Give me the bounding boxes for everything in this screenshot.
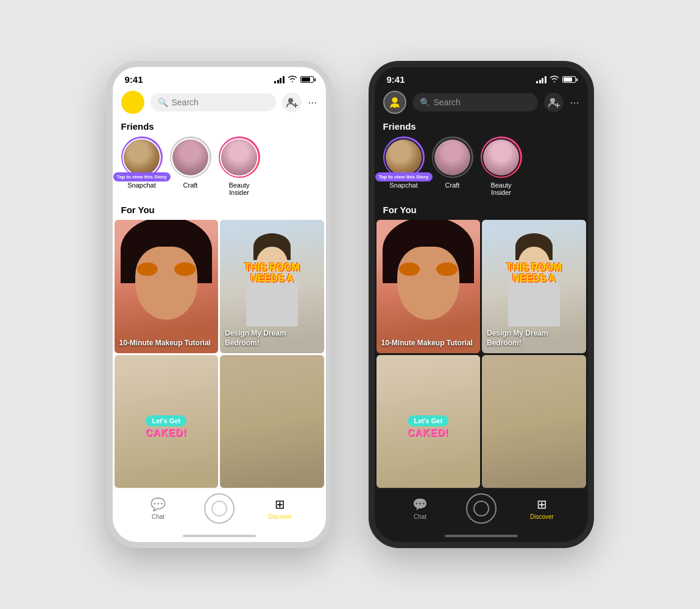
more-button-light[interactable]: ··· xyxy=(308,96,317,109)
discover-icon-dark: ⊞ xyxy=(537,497,547,512)
story-tap-label-light: Tap to view this Story xyxy=(113,172,170,181)
chat-label-dark: Chat xyxy=(414,513,426,520)
search-area-light: 🔍 Search ··· xyxy=(113,88,326,119)
search-placeholder-dark: Search xyxy=(434,97,461,107)
avatar-light[interactable] xyxy=(121,91,144,114)
wifi-icon-dark xyxy=(550,75,559,84)
story-name-beauty-light: BeautyInsider xyxy=(228,181,249,196)
add-friend-icon-dark xyxy=(548,96,560,108)
card-overlay-room-light: THIS ROOMNEEDS A xyxy=(244,262,300,284)
story-img-beauty-light xyxy=(220,138,258,177)
discover-label-light: Discover xyxy=(268,513,292,520)
signal-bars-light xyxy=(274,76,285,83)
home-indicator-dark xyxy=(375,530,588,542)
story-img-craft-dark xyxy=(433,138,472,177)
for-you-label-light: For You xyxy=(113,203,326,220)
story-beauty-light[interactable]: BeautyInsider xyxy=(219,136,260,196)
svg-point-4 xyxy=(212,501,227,516)
nav-chat-light[interactable]: 💬 Chat xyxy=(113,497,204,520)
story-img-snapchat-dark xyxy=(384,138,423,177)
story-tap-label-dark: Tap to view this Story xyxy=(375,172,432,181)
story-craft-dark[interactable]: Craft xyxy=(432,136,473,196)
signal-bars-dark xyxy=(536,76,546,83)
story-beauty-dark[interactable]: BeautyInsider xyxy=(481,136,522,196)
nav-chat-dark[interactable]: 💬 Chat xyxy=(375,497,466,520)
story-ring-snapchat-dark: Tap to view this Story xyxy=(383,136,425,178)
search-icon-dark: 🔍 xyxy=(420,97,430,107)
story-name-craft-dark: Craft xyxy=(445,181,460,189)
story-name-snapchat-dark: Snapchat xyxy=(389,181,417,189)
battery-dark xyxy=(562,76,576,83)
phone-light: 9:41 xyxy=(107,61,332,548)
search-icon-light: 🔍 xyxy=(158,97,168,107)
add-friend-button-light[interactable] xyxy=(282,93,302,112)
friends-label-dark: Friends xyxy=(375,119,588,136)
card-title-room-dark: Design My Dream Bedroom! xyxy=(487,329,581,348)
story-name-beauty-dark: BeautyInsider xyxy=(490,181,511,196)
stories-row-dark: Tap to view this Story Snapchat Craft xyxy=(375,136,588,203)
card-knex-light[interactable] xyxy=(220,355,324,488)
card-makeup-dark[interactable]: 10-Minute Makeup Tutorial xyxy=(377,220,481,353)
card-cake-light[interactable]: Let's Get CAKED! xyxy=(115,355,219,488)
story-name-craft-light: Craft xyxy=(183,181,198,189)
story-ring-craft-dark xyxy=(432,136,473,178)
friends-label-light: Friends xyxy=(113,119,326,136)
card-title-makeup-dark: 10-Minute Makeup Tutorial xyxy=(381,339,476,348)
card-makeup-light[interactable]: 10-Minute Makeup Tutorial xyxy=(115,220,219,353)
bottom-nav-dark: 💬 Chat ⊞ Discover xyxy=(375,488,588,530)
svg-point-6 xyxy=(550,98,555,103)
search-box-light[interactable]: 🔍 Search xyxy=(150,93,277,111)
home-bar-light xyxy=(183,535,256,537)
search-box-dark[interactable]: 🔍 Search xyxy=(412,93,539,111)
avatar-dark[interactable] xyxy=(383,91,406,114)
card-title-makeup-light: 10-Minute Makeup Tutorial xyxy=(119,339,214,348)
home-indicator-light xyxy=(113,530,326,542)
phone-dark: 9:41 xyxy=(369,61,594,548)
snap-button-light[interactable] xyxy=(204,493,235,524)
nav-discover-light[interactable]: ⊞ Discover xyxy=(235,497,326,520)
lets-get-caked-light: Let's Get CAKED! xyxy=(121,415,213,438)
snap-button-dark[interactable] xyxy=(466,493,497,524)
story-ring-beauty-dark xyxy=(481,136,522,178)
stories-row-light: Tap to view this Story Snapchat Craft xyxy=(113,136,326,203)
status-icons-dark xyxy=(536,75,576,84)
card-room-light[interactable]: THIS ROOMNEEDS A Design My Dream Bedroom… xyxy=(220,220,324,353)
story-ring-beauty-light xyxy=(219,136,260,178)
svg-point-9 xyxy=(474,501,489,516)
svg-point-0 xyxy=(130,97,135,103)
card-knex-dark[interactable] xyxy=(482,355,586,488)
chat-icon-light: 💬 xyxy=(150,497,166,512)
lets-get-caked-dark: Let's Get CAKED! xyxy=(383,415,475,438)
story-craft-light[interactable]: Craft xyxy=(170,136,211,196)
search-placeholder-light: Search xyxy=(172,97,199,107)
nav-discover-dark[interactable]: ⊞ Discover xyxy=(497,497,588,520)
card-cake-dark[interactable]: Let's Get CAKED! xyxy=(377,355,481,488)
battery-light xyxy=(300,76,314,83)
discover-label-dark: Discover xyxy=(530,513,554,520)
content-grid-dark: 10-Minute Makeup Tutorial THIS ROOMNEEDS… xyxy=(375,220,588,488)
card-overlay-room-dark: THIS ROOMNEEDS A xyxy=(506,262,562,284)
search-area-dark: 🔍 Search ··· xyxy=(375,88,588,119)
wifi-icon-light xyxy=(288,75,297,84)
story-img-craft-light xyxy=(171,138,210,177)
snap-circle-icon-dark xyxy=(473,500,490,517)
home-bar-dark xyxy=(445,535,518,537)
status-time-dark: 9:41 xyxy=(387,74,405,85)
svg-point-1 xyxy=(288,98,293,103)
more-button-dark[interactable]: ··· xyxy=(570,96,579,109)
chat-icon-dark: 💬 xyxy=(412,497,428,512)
story-snapchat-light[interactable]: Tap to view this Story Snapchat xyxy=(121,136,163,196)
story-name-snapchat-light: Snapchat xyxy=(127,181,155,189)
story-ring-craft-light xyxy=(170,136,211,178)
story-snapchat-dark[interactable]: Tap to view this Story Snapchat xyxy=(383,136,425,196)
status-bar-dark: 9:41 xyxy=(375,67,588,88)
ghost-icon-light xyxy=(126,96,140,109)
discover-icon-light: ⊞ xyxy=(275,497,285,512)
add-friend-icon-light xyxy=(286,96,298,108)
card-room-dark[interactable]: THIS ROOMNEEDS A Design My Dream Bedroom… xyxy=(482,220,586,353)
story-ring-snapchat-light: Tap to view this Story xyxy=(121,136,163,178)
story-img-snapchat-light xyxy=(122,138,161,177)
add-friend-button-dark[interactable] xyxy=(544,93,564,112)
status-time-light: 9:41 xyxy=(125,74,143,85)
status-bar-light: 9:41 xyxy=(113,67,326,88)
